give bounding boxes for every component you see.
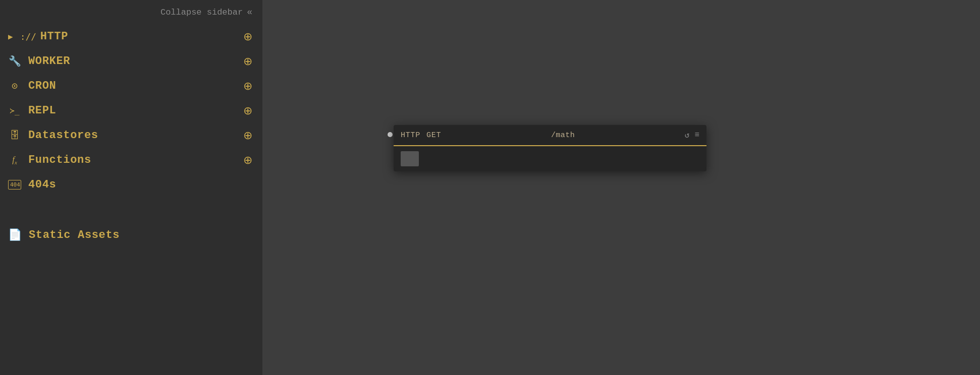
cron-icon: ⊙ — [8, 80, 21, 92]
datastores-add-button[interactable]: ⊕ — [243, 130, 252, 141]
card-refresh-icon[interactable]: ↺ — [685, 130, 690, 140]
sidebar-item-404s-label: 404s — [28, 178, 56, 191]
sidebar-item-cron-left: ⊙ CRON — [8, 80, 56, 92]
static-assets-icon: 📄 — [8, 228, 22, 242]
sidebar-item-http-left: ▶ :// HTTP — [8, 30, 68, 43]
sidebar-item-datastores-label: Datastores — [28, 129, 98, 142]
sidebar-item-repl-label: REPL — [28, 104, 56, 117]
sidebar-item-http-label: HTTP — [40, 30, 68, 43]
sidebar-item-static-assets-label: Static Assets — [29, 229, 120, 241]
collapse-sidebar-button[interactable]: Collapse sidebar « — [0, 0, 262, 24]
card-actions: ↺ ≡ — [685, 130, 699, 140]
worker-add-button[interactable]: ⊕ — [243, 56, 252, 67]
sidebar-item-functions[interactable]: fx Functions ⊕ — [0, 148, 262, 172]
card-dot-indicator — [388, 132, 393, 137]
card-menu-icon[interactable]: ≡ — [694, 131, 699, 140]
worker-icon: 🔧 — [8, 55, 21, 68]
http-add-button[interactable]: ⊕ — [243, 31, 252, 42]
http-icon: :// — [20, 31, 33, 42]
functions-icon: fx — [8, 155, 21, 165]
card-protocol-label: HTTP — [401, 131, 420, 140]
sidebar-item-functions-left: fx Functions — [8, 154, 91, 166]
cron-add-button[interactable]: ⊕ — [243, 81, 252, 92]
card-body — [394, 146, 706, 171]
sidebar-item-cron-label: CRON — [28, 80, 56, 92]
sidebar-item-repl[interactable]: ≻_ REPL ⊕ — [0, 98, 262, 123]
sidebar-item-http[interactable]: ▶ :// HTTP ⊕ — [0, 24, 262, 49]
sidebar-item-static-assets[interactable]: 📄 Static Assets — [0, 221, 262, 249]
sidebar-item-repl-left: ≻_ REPL — [8, 104, 56, 117]
sidebar: Collapse sidebar « ▶ :// HTTP ⊕ 🔧 WORKER… — [0, 0, 262, 375]
collapse-chevron-icon: « — [247, 7, 252, 17]
main-content: HTTP GET /math ↺ ≡ — [262, 0, 980, 375]
http-expand-arrow: ▶ — [8, 32, 13, 42]
sidebar-item-functions-label: Functions — [28, 154, 91, 166]
repl-icon: ≻_ — [8, 106, 21, 115]
sidebar-item-404s-left: 404 404s — [8, 178, 56, 191]
sidebar-item-datastores-left: 🗄 Datastores — [8, 129, 98, 142]
sidebar-item-worker-left: 🔧 WORKER — [8, 55, 70, 68]
card-path-label: /math — [447, 131, 678, 140]
repl-add-button[interactable]: ⊕ — [243, 105, 252, 116]
datastores-icon: 🗄 — [8, 130, 21, 142]
sidebar-divider — [0, 197, 262, 209]
card-method-label: GET — [426, 131, 441, 140]
sidebar-item-404s[interactable]: 404 404s — [0, 172, 262, 197]
sidebar-item-worker[interactable]: 🔧 WORKER ⊕ — [0, 49, 262, 74]
sidebar-item-datastores[interactable]: 🗄 Datastores ⊕ — [0, 123, 262, 148]
collapse-sidebar-label: Collapse sidebar — [160, 8, 243, 17]
404s-icon: 404 — [8, 180, 21, 190]
http-route-card: HTTP GET /math ↺ ≡ — [394, 125, 706, 171]
sidebar-divider-2 — [0, 209, 262, 221]
functions-add-button[interactable]: ⊕ — [243, 155, 252, 166]
card-thumbnail — [401, 151, 419, 166]
sidebar-item-worker-label: WORKER — [28, 55, 70, 68]
sidebar-item-cron[interactable]: ⊙ CRON ⊕ — [0, 74, 262, 98]
card-header: HTTP GET /math ↺ ≡ — [394, 125, 706, 146]
